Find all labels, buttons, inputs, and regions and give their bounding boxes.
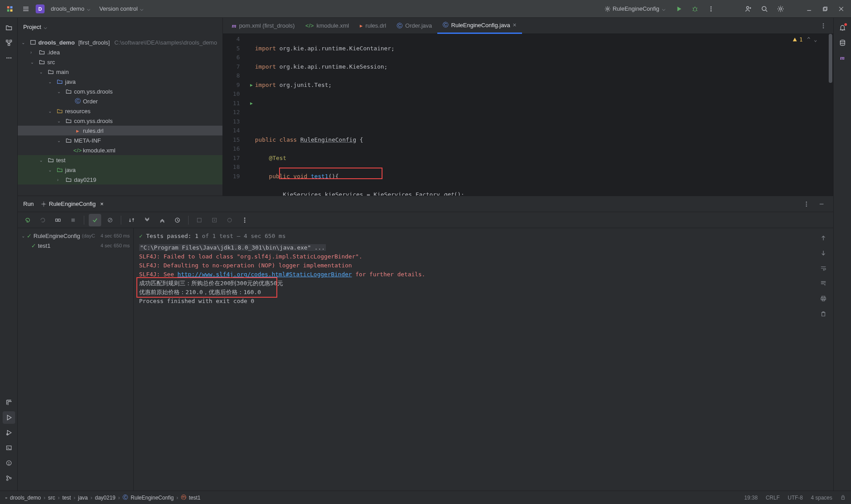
editor-body[interactable]: 1 ^ ⌄ 45678910111213141516171819 ▶ ▶ imp… [223, 34, 833, 196]
run-tool-icon[interactable] [3, 411, 15, 424]
scroll-up-icon[interactable] [817, 232, 830, 244]
titlebar: D drools_demo ⌵ Version control ⌵ RuleEn… [0, 0, 851, 18]
tree-root[interactable]: ⌄ drools_demo [first_drools] C:\software… [18, 37, 222, 47]
tab-more-icon[interactable] [817, 20, 830, 32]
encoding[interactable]: UTF-8 [788, 495, 803, 501]
notifications-icon[interactable] [836, 21, 849, 34]
show-ignored-icon[interactable] [104, 214, 116, 226]
tab-rules[interactable]: ▸ rules.drl [354, 18, 391, 34]
debug-tool-icon[interactable] [3, 426, 15, 439]
hamburger-icon[interactable] [20, 3, 32, 15]
svg-rect-47 [31, 41, 36, 45]
run-panel-hide-icon[interactable] [815, 198, 828, 210]
project-tool-icon[interactable] [3, 21, 15, 34]
run-panel-more-icon[interactable] [800, 198, 813, 210]
close-icon[interactable] [835, 3, 847, 15]
settings-icon[interactable] [774, 3, 787, 15]
maximize-icon[interactable] [819, 3, 831, 15]
code-with-me-icon[interactable] [742, 3, 755, 15]
line-separator[interactable]: CRLF [766, 495, 780, 501]
stop-icon[interactable] [67, 214, 79, 226]
sort-icon[interactable] [126, 214, 138, 226]
rerun-icon[interactable] [21, 214, 34, 226]
tree-java[interactable]: ⌄ java [18, 77, 222, 86]
tree-idea[interactable]: › .idea [18, 47, 222, 57]
debug-button[interactable] [689, 3, 701, 15]
vcs-dropdown[interactable]: Version control ⌵ [99, 5, 144, 12]
tree-src[interactable]: ⌄ src [18, 57, 222, 67]
maven-icon[interactable]: m [836, 52, 849, 64]
scroll-down-icon[interactable] [817, 247, 830, 259]
tab-close-icon[interactable]: × [513, 21, 516, 29]
structure-tool-icon[interactable] [3, 37, 15, 49]
run-button[interactable] [673, 3, 685, 15]
problems-tool-icon[interactable] [3, 457, 15, 469]
tree-order[interactable]: Ⓒ Order [18, 96, 222, 106]
app-menu-icon[interactable] [4, 3, 16, 15]
line-gutter: 45678910111213141516171819 [223, 34, 248, 196]
editor-panel: m pom.xml (first_drools) </> kmodule.xml… [223, 18, 833, 196]
tree-pkg[interactable]: ⌄ com.yss.drools [18, 86, 222, 96]
test-tree[interactable]: ⌄ ✓ RuleEngineConfig (dayC 4 sec 650 ms … [18, 228, 134, 491]
tree-test[interactable]: ⌄ test [18, 155, 222, 165]
svg-point-34 [6, 57, 8, 59]
expand-icon[interactable] [141, 214, 153, 226]
tree-metainf[interactable]: ⌄ META-INF [18, 135, 222, 145]
tab-config[interactable]: Ⓒ RuleEngineConfig.java × [437, 18, 522, 34]
tree-day[interactable]: › day0219 [18, 175, 222, 184]
cursor-position[interactable]: 19:38 [744, 495, 758, 501]
run-config-tab[interactable]: RuleEngineConfig × [41, 196, 103, 212]
clear-icon[interactable] [817, 307, 830, 320]
more-tool-icon[interactable] [3, 52, 15, 64]
tree-java2[interactable]: ⌄ java [18, 165, 222, 175]
search-icon[interactable] [758, 3, 771, 15]
console-line: 成功匹配到规则三：所购总价在200到300元的优惠50元 [139, 279, 828, 288]
bookmarks-tool-icon[interactable] [3, 396, 15, 409]
test-root-row[interactable]: ⌄ ✓ RuleEngineConfig (dayC 4 sec 650 ms [18, 231, 133, 241]
tree-pkg2[interactable]: ⌄ com.yss.drools [18, 116, 222, 126]
project-tree[interactable]: ⌄ drools_demo [first_drools] C:\software… [18, 36, 222, 196]
svg-point-36 [10, 57, 12, 59]
run-tab[interactable]: Run [23, 196, 34, 212]
console-output[interactable]: ✓ Tests passed: 1 of 1 test – 4 sec 650 … [134, 228, 833, 491]
minimize-icon[interactable] [803, 3, 815, 15]
show-passed-icon[interactable] [89, 214, 101, 226]
readonly-icon[interactable] [840, 495, 846, 501]
export-icon[interactable] [208, 214, 221, 226]
print-icon[interactable] [817, 292, 830, 305]
project-panel-header[interactable]: Project ⌵ [18, 18, 222, 36]
tab-kmodule[interactable]: </> kmodule.xml [300, 18, 354, 34]
run-config-dropdown[interactable]: RuleEngineConfig ⌵ [604, 5, 666, 12]
more-actions-icon[interactable] [705, 3, 717, 15]
toolbar-more-icon[interactable] [238, 214, 251, 226]
svg-point-9 [694, 7, 697, 11]
tree-main[interactable]: ⌄ main [18, 67, 222, 77]
code-area[interactable]: import org.kie.api.runtime.KieContainer;… [255, 34, 833, 196]
editor-scrollbar[interactable] [828, 34, 833, 196]
import-icon[interactable] [193, 214, 206, 226]
settings2-icon[interactable] [223, 214, 236, 226]
collapse-icon[interactable] [156, 214, 169, 226]
tab-order[interactable]: Ⓒ Order.java [391, 18, 437, 34]
git-tool-icon[interactable] [3, 472, 15, 484]
history-icon[interactable] [171, 214, 184, 226]
run-tab-close-icon[interactable]: × [100, 201, 104, 207]
test-item-row[interactable]: ✓ test1 4 sec 650 ms [18, 241, 133, 250]
tree-kmodule[interactable]: </> kmodule.xml [18, 145, 222, 155]
indent[interactable]: 4 spaces [811, 495, 832, 501]
scroll-to-end-icon[interactable] [817, 277, 830, 290]
toggle-auto-icon[interactable] [52, 214, 64, 226]
soft-wrap-icon[interactable] [817, 262, 830, 275]
svg-point-66 [244, 219, 246, 221]
svg-point-23 [780, 8, 782, 10]
terminal-tool-icon[interactable] [3, 442, 15, 454]
project-name[interactable]: drools_demo ⌵ [51, 5, 90, 12]
slf4j-link[interactable]: http://www.slf4j.org/codes.html#StaticLo… [177, 271, 352, 278]
tree-resources[interactable]: ⌄ resources [18, 106, 222, 116]
tree-rules[interactable]: ▸ rules.drl [18, 126, 222, 135]
rerun-failed-icon[interactable] [37, 214, 49, 226]
run-toolbar [18, 212, 833, 228]
breadcrumb[interactable]: ▫ drools_demo› src› test› java› day0219›… [5, 494, 201, 501]
database-icon[interactable] [836, 37, 849, 49]
tab-pom[interactable]: m pom.xml (first_drools) [226, 18, 300, 34]
